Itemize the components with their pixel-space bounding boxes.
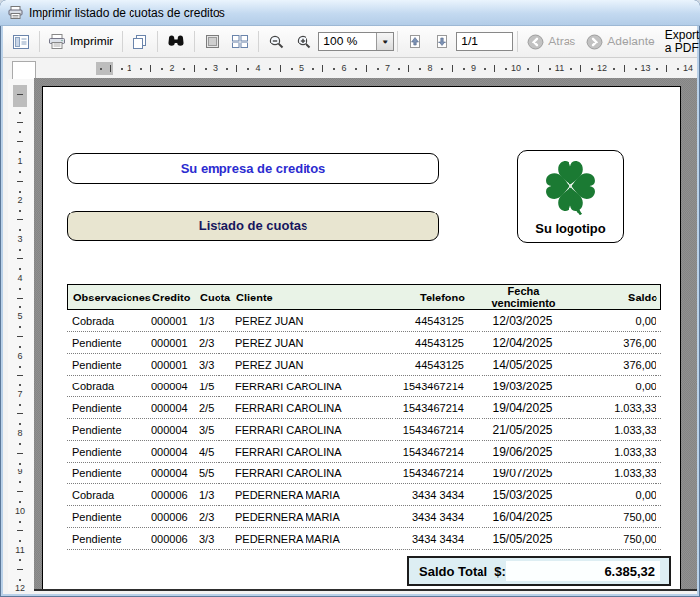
ruler-number: 1	[122, 63, 137, 73]
cell: 19/04/2025	[466, 401, 579, 415]
cell: Pendiente	[67, 337, 151, 349]
cell: 1543467214	[394, 402, 466, 414]
ruler-number: 6	[336, 63, 352, 73]
cell: FERRARI CAROLINA	[235, 446, 394, 458]
report-table-body: Cobrada0000011/3PEREZ JUAN4454312512/03/…	[67, 310, 661, 550]
cell: 1/5	[199, 381, 235, 392]
zoom-out-button[interactable]	[263, 29, 290, 54]
toolbar-separator	[157, 31, 158, 52]
chevron-down-icon[interactable]: ▼	[376, 33, 393, 50]
cell: 000004	[151, 446, 199, 458]
total-box: Saldo Total $: 6.385,32	[407, 556, 671, 586]
ruler-number: 5	[12, 311, 28, 321]
cell: 1543467214	[394, 424, 466, 436]
single-page-view-button[interactable]	[199, 29, 225, 54]
toolbar-separator	[194, 31, 195, 52]
cell: 3/3	[199, 359, 235, 371]
column-header: Telefono	[394, 292, 467, 303]
ruler-number: 3	[208, 63, 223, 73]
cell: 3/5	[199, 424, 235, 436]
zoom-in-button[interactable]	[291, 29, 317, 54]
cell: 000004	[151, 424, 199, 436]
cell: 44543125	[394, 315, 466, 327]
cell: 16/04/2025	[466, 510, 579, 524]
ruler-number: 1	[12, 156, 28, 166]
cell: 1.033,33	[579, 446, 661, 458]
forward-button[interactable]: Adelante	[581, 29, 658, 54]
zoom-out-icon	[268, 34, 285, 50]
cell: 000001	[151, 359, 199, 371]
report-page: Su empresa de creditos Listado de cuotas	[42, 86, 681, 591]
copy-icon	[131, 34, 148, 50]
printer-window-icon	[8, 6, 23, 19]
cell: 19/03/2025	[466, 380, 579, 393]
toolbar-separator	[517, 31, 518, 52]
cell: FERRARI CAROLINA	[235, 381, 394, 392]
back-button[interactable]: Atras	[522, 29, 580, 54]
cell: FERRARI CAROLINA	[235, 402, 394, 414]
cell: 19/06/2025	[466, 445, 579, 459]
cell: 750,00	[579, 533, 661, 545]
ruler-number: 5	[294, 63, 309, 73]
cell: 3434 3434	[394, 533, 466, 545]
ruler-number: 2	[12, 195, 28, 205]
clover-logo-icon	[539, 154, 602, 221]
back-button-label: Atras	[548, 35, 575, 48]
multi-page-view-button[interactable]	[226, 29, 254, 54]
cell: 15/03/2025	[466, 488, 579, 502]
title-bar[interactable]: Imprimir listado de cuotas de creditos	[0, 0, 700, 26]
page-down-icon	[434, 34, 450, 49]
cell: 376,00	[579, 359, 661, 371]
cell: 1.033,33	[579, 468, 661, 479]
ruler-number: 10	[12, 506, 28, 516]
preview-layout-button[interactable]	[7, 29, 35, 54]
page-number-input[interactable]	[456, 32, 513, 51]
ruler-number: 11	[552, 63, 568, 73]
copy-button[interactable]	[127, 29, 153, 54]
find-button[interactable]	[162, 29, 190, 54]
cell: 2/3	[199, 337, 235, 349]
cell: Pendiente	[67, 402, 151, 414]
cell: FERRARI CAROLINA	[235, 468, 394, 479]
cell: 21/05/2025	[466, 423, 579, 437]
ruler-number: 7	[380, 63, 395, 73]
print-preview-window: Imprimir listado de cuotas de creditos	[0, 0, 700, 597]
next-page-button[interactable]	[429, 29, 455, 54]
single-page-icon	[204, 34, 220, 49]
cell: 2/5	[199, 402, 235, 414]
cell: Pendiente	[67, 446, 151, 458]
cell: PEREZ JUAN	[235, 337, 394, 349]
previous-page-button[interactable]	[402, 29, 428, 54]
cell: 19/07/2025	[466, 467, 579, 480]
cell: 3/3	[199, 533, 235, 545]
toolbar: Imprimir	[3, 26, 697, 58]
cell: FERRARI CAROLINA	[235, 424, 394, 436]
print-button[interactable]: Imprimir	[44, 29, 118, 54]
export-pdf-button[interactable]: Exportar a PDF	[660, 29, 700, 54]
forward-button-label: Adelante	[607, 35, 654, 48]
ruler-number: 2	[164, 63, 180, 73]
cell: Pendiente	[67, 533, 151, 545]
zoom-level-combobox[interactable]: 100 % ▼	[318, 32, 394, 51]
cell: 2/3	[199, 511, 235, 523]
cell: Pendiente	[67, 511, 151, 523]
ruler-number: 8	[12, 428, 28, 438]
toolbar-separator	[258, 31, 259, 52]
ruler-margin-marker	[13, 85, 27, 107]
table-row: Cobrada0000061/3PEDERNERA MARIA3434 3434…	[67, 484, 661, 506]
logo-label: Su logotipo	[518, 221, 623, 236]
column-header: Credito	[152, 292, 200, 303]
column-header: Cliente	[236, 292, 394, 303]
column-header: Saldo	[580, 292, 662, 303]
cell: 1.033,33	[579, 402, 661, 414]
report-table-header: ObservacionesCreditoCuotaClienteTelefono…	[67, 284, 661, 310]
cell: 1543467214	[394, 446, 466, 458]
print-button-label: Imprimir	[70, 35, 113, 48]
cell: 4/5	[199, 446, 235, 458]
window-title: Imprimir listado de cuotas de creditos	[29, 6, 225, 20]
ruler-number: 14	[680, 63, 696, 73]
preview-area[interactable]: Su empresa de creditos Listado de cuotas	[34, 78, 697, 591]
company-name-box: Su empresa de creditos	[67, 153, 439, 184]
table-row: Pendiente0000045/5FERRARI CAROLINA154346…	[67, 463, 661, 484]
cell: 12/03/2025	[466, 314, 579, 328]
